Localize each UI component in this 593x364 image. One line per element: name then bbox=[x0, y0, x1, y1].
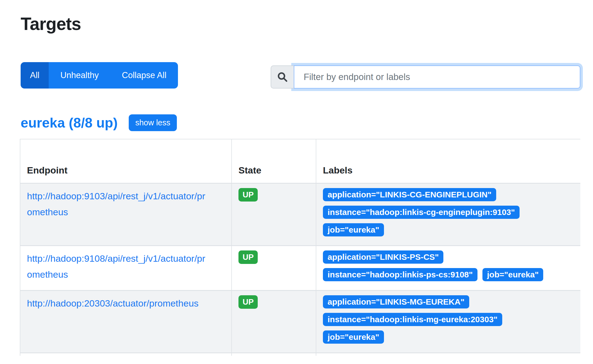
table-row: http://hadoop:9108/api/rest_j/v1/actuato… bbox=[20, 245, 580, 290]
endpoint-link[interactable]: http://hadoop:9103/api/rest_j/v1/actuato… bbox=[27, 188, 208, 220]
page-title: Targets bbox=[21, 14, 81, 34]
state-cell bbox=[231, 352, 316, 356]
label-pill-instance: instance="hadoop:linkis-ps-cs:9108" bbox=[323, 268, 477, 281]
table-row: http://hadoop:9103/api/rest_j/v1/actuato… bbox=[20, 183, 580, 245]
endpoint-link[interactable]: http://hadoop:9108/api/rest_j/v1/actuato… bbox=[27, 250, 208, 282]
state-cell: UP bbox=[231, 290, 316, 352]
label-pill-instance: instance="hadoop:linkis-mg-eureka:20303" bbox=[323, 313, 502, 326]
endpoint-cell: http://hadoop:20303/actuator/prometheus bbox=[20, 290, 231, 352]
table-header-row: Endpoint State Labels bbox=[20, 139, 580, 183]
labels-cell: application="LINKIS-MG-EUREKA" instance=… bbox=[316, 290, 580, 352]
labels-cell: application="LINKIS-PS-CS" instance="had… bbox=[316, 245, 580, 290]
filter-unhealthy-button[interactable]: Unhealthy bbox=[49, 62, 110, 89]
state-up-badge: UP bbox=[238, 295, 258, 309]
labels-cell bbox=[316, 352, 580, 356]
label-pill-job: job="eureka" bbox=[482, 268, 543, 281]
endpoint-link[interactable]: http://hadoop:20303/actuator/prometheus bbox=[27, 295, 199, 311]
show-less-button[interactable]: show less bbox=[129, 114, 177, 131]
label-pill-application: application="LINKIS-CG-ENGINEPLUGIN" bbox=[323, 188, 496, 201]
filter-all-button[interactable]: All bbox=[21, 62, 49, 89]
target-filter-search bbox=[271, 65, 580, 89]
targets-table: Endpoint State Labels http://hadoop:9103… bbox=[20, 139, 580, 356]
search-addon bbox=[271, 65, 294, 89]
endpoint-cell: http://hadoop:9103/api/rest_j/v1/actuato… bbox=[20, 183, 231, 245]
label-pill-instance: instance="hadoop:linkis-cg-engineplugin:… bbox=[323, 206, 520, 219]
labels-column-header: Labels bbox=[316, 139, 580, 183]
search-input[interactable] bbox=[294, 65, 580, 89]
labels-cell: application="LINKIS-CG-ENGINEPLUGIN" ins… bbox=[316, 183, 580, 245]
state-up-badge: UP bbox=[238, 188, 258, 202]
collapse-all-button[interactable]: Collapse All bbox=[110, 62, 178, 89]
state-cell: UP bbox=[231, 183, 316, 245]
endpoint-column-header: Endpoint bbox=[20, 139, 231, 183]
filter-button-group: All Unhealthy Collapse All bbox=[21, 62, 178, 89]
state-cell: UP bbox=[231, 245, 316, 290]
search-icon bbox=[277, 71, 288, 83]
job-group-title[interactable]: eureka (8/8 up) bbox=[21, 115, 118, 131]
table-row-partial bbox=[20, 352, 580, 356]
state-column-header: State bbox=[231, 139, 316, 183]
label-pill-application: application="LINKIS-MG-EUREKA" bbox=[323, 295, 469, 308]
endpoint-cell bbox=[20, 352, 231, 356]
label-pill-job: job="eureka" bbox=[323, 223, 384, 236]
table-row: http://hadoop:20303/actuator/prometheus … bbox=[20, 290, 580, 352]
state-up-badge: UP bbox=[238, 250, 258, 264]
label-pill-job: job="eureka" bbox=[323, 330, 384, 344]
job-group-header: eureka (8/8 up) show less bbox=[21, 114, 177, 131]
endpoint-cell: http://hadoop:9108/api/rest_j/v1/actuato… bbox=[20, 245, 231, 290]
targets-page: Targets All Unhealthy Collapse All eurek… bbox=[0, 0, 593, 364]
label-pill-application: application="LINKIS-PS-CS" bbox=[323, 250, 443, 264]
